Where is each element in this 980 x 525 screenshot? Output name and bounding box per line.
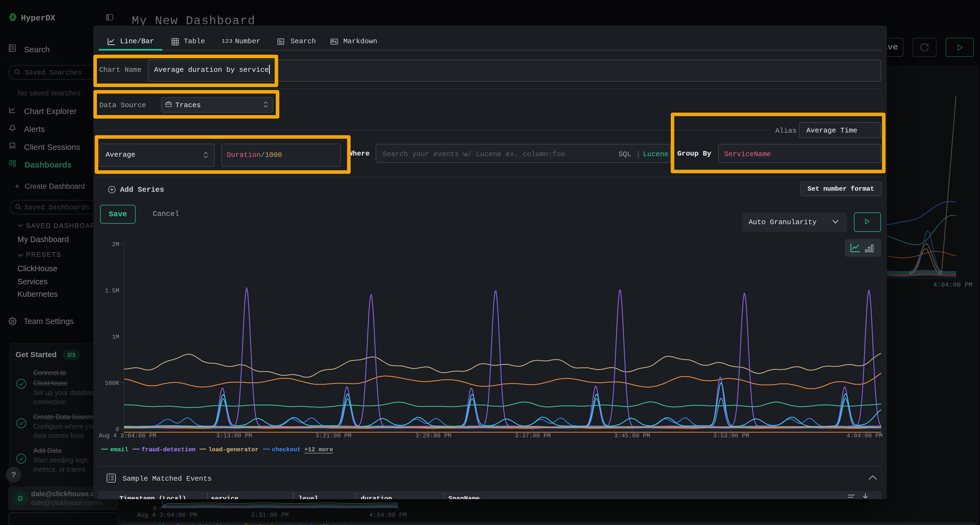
svg-text:+12 more: +12 more (304, 446, 333, 453)
svg-text:2M: 2M (112, 241, 119, 248)
svg-text:Aug 4 3:04:00 PM: Aug 4 3:04:00 PM (99, 433, 156, 439)
svg-text:duration: duration (361, 495, 392, 499)
svg-text:⋮: ⋮ (352, 493, 360, 499)
svg-text:Sample Matched Events: Sample Matched Events (123, 475, 212, 483)
svg-text:⋮: ⋮ (204, 493, 212, 499)
svg-text:level: level (299, 495, 318, 499)
svg-text:1.5M: 1.5M (105, 287, 119, 294)
svg-text:email: email (110, 446, 128, 453)
svg-text:⋮: ⋮ (440, 493, 449, 499)
svg-text:500K: 500K (105, 380, 119, 387)
svg-text:1M: 1M (112, 334, 119, 341)
svg-text:load-generator: load-generator (208, 446, 259, 453)
svg-text:3:29:00 PM: 3:29:00 PM (415, 433, 451, 439)
svg-text:fraud-detection: fraud-detection (142, 446, 196, 453)
svg-text:checkout: checkout (272, 446, 301, 453)
svg-text:3:53:00 PM: 3:53:00 PM (713, 433, 749, 439)
svg-text:4:04:00 PM: 4:04:00 PM (846, 433, 883, 439)
svg-text:SpanName: SpanName (449, 495, 480, 499)
svg-text:⋮: ⋮ (290, 493, 298, 499)
svg-text:3:21:00 PM: 3:21:00 PM (315, 433, 352, 439)
svg-text:3:37:00 PM: 3:37:00 PM (515, 433, 551, 439)
svg-text:3:13:00 PM: 3:13:00 PM (216, 433, 252, 439)
svg-text:Timestamp (Local): Timestamp (Local) (119, 495, 186, 499)
svg-text:0: 0 (116, 426, 119, 433)
svg-text:service: service (211, 495, 239, 499)
svg-text:3:45:00 PM: 3:45:00 PM (614, 433, 650, 439)
